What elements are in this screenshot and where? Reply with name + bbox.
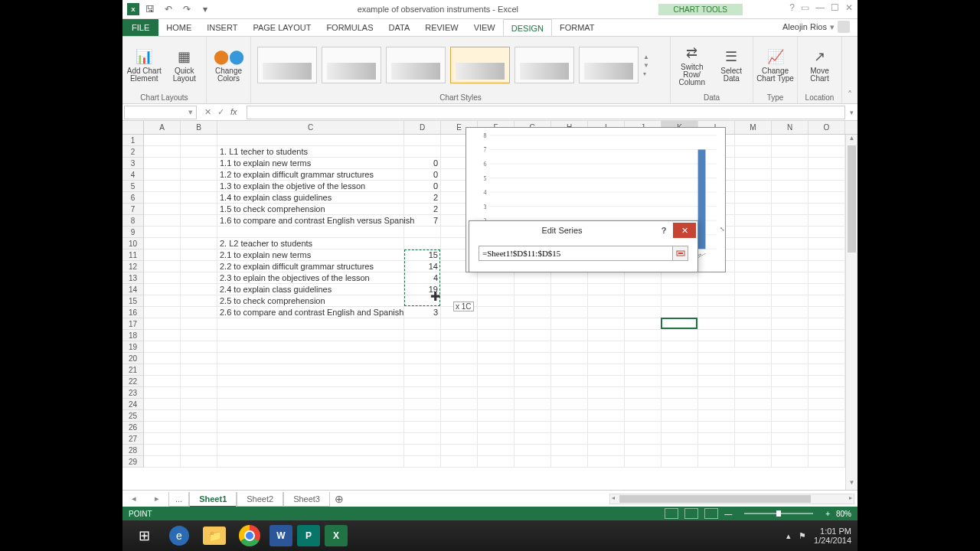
cell-E21[interactable]	[441, 364, 478, 376]
row-header-13[interactable]: 13	[122, 272, 144, 284]
cell-C24[interactable]	[217, 399, 404, 410]
cell-H18[interactable]	[551, 330, 588, 341]
cell-O1[interactable]	[808, 135, 845, 146]
select-all-corner[interactable]	[122, 121, 144, 134]
cell-M6[interactable]	[735, 192, 772, 204]
cell-F24[interactable]	[478, 399, 514, 410]
cell-O13[interactable]	[808, 272, 845, 284]
cell-E27[interactable]	[441, 433, 478, 445]
cell-D26[interactable]	[404, 422, 441, 433]
cell-F21[interactable]	[478, 364, 514, 376]
cell-I26[interactable]	[588, 422, 625, 433]
switch-row-column-button[interactable]: ⇄Switch Row/ Column	[674, 44, 710, 86]
cell-M17[interactable]	[735, 318, 772, 330]
cell-D23[interactable]	[404, 387, 441, 399]
styles-up-icon[interactable]: ▲	[643, 54, 654, 60]
add-chart-element-button[interactable]: 📊Add Chart Element	[126, 47, 163, 83]
cell-O16[interactable]	[808, 307, 845, 318]
col-header-B[interactable]: B	[181, 121, 217, 134]
cell-J25[interactable]	[625, 410, 662, 422]
cell-C3[interactable]: 1.1 to explain new terms	[217, 158, 404, 169]
chart-style-6[interactable]	[579, 47, 639, 83]
cell-H20[interactable]	[551, 353, 588, 364]
formula-input[interactable]	[247, 106, 845, 119]
cell-F17[interactable]	[478, 318, 514, 330]
cell-M3[interactable]	[735, 158, 772, 169]
cell-D2[interactable]	[404, 146, 441, 158]
cell-C26[interactable]	[217, 422, 404, 433]
hscroll-right-icon[interactable]: ▸	[849, 494, 852, 501]
row-header-16[interactable]: 16	[122, 307, 144, 318]
cell-B10[interactable]	[181, 238, 217, 249]
cell-L15[interactable]	[698, 295, 735, 307]
row-header-20[interactable]: 20	[122, 353, 144, 364]
sheet-tab-sheet1[interactable]: Sheet1	[189, 492, 237, 507]
cell-L23[interactable]	[698, 387, 735, 399]
cell-N19[interactable]	[772, 341, 808, 353]
cell-O10[interactable]	[808, 238, 845, 249]
cell-O21[interactable]	[808, 364, 845, 376]
row-header-18[interactable]: 18	[122, 330, 144, 341]
cell-O17[interactable]	[808, 318, 845, 330]
cell-E22[interactable]	[441, 376, 478, 387]
cell-C18[interactable]	[217, 330, 404, 341]
cell-L29[interactable]	[698, 456, 735, 468]
cell-J24[interactable]	[625, 399, 662, 410]
cell-D21[interactable]	[404, 364, 441, 376]
cell-G21[interactable]	[514, 364, 551, 376]
cell-L20[interactable]	[698, 353, 735, 364]
cell-O29[interactable]	[808, 456, 845, 468]
hscroll-left-icon[interactable]: ◂	[612, 494, 615, 501]
move-chart-button[interactable]: ↗Move Chart	[801, 47, 838, 83]
zoom-out-button[interactable]: —	[724, 510, 732, 518]
styles-down-icon[interactable]: ▼	[643, 62, 654, 69]
tab-formulas[interactable]: FORMULAS	[318, 19, 381, 36]
row-header-1[interactable]: 1	[122, 135, 144, 146]
cell-M28[interactable]	[735, 445, 772, 456]
cell-H27[interactable]	[551, 433, 588, 445]
cell-A27[interactable]	[144, 433, 181, 445]
cell-A19[interactable]	[144, 341, 181, 353]
minimize-icon[interactable]: —	[815, 2, 825, 13]
cell-D24[interactable]	[404, 399, 441, 410]
cell-N8[interactable]	[772, 215, 808, 227]
cell-F20[interactable]	[478, 353, 514, 364]
vscroll-thumb[interactable]	[848, 145, 856, 253]
cell-B15[interactable]	[181, 295, 217, 307]
cell-M22[interactable]	[735, 376, 772, 387]
cell-A15[interactable]	[144, 295, 181, 307]
start-button[interactable]: ⊞	[129, 523, 159, 548]
cell-D12[interactable]: 14	[404, 261, 441, 272]
cell-K19[interactable]	[662, 341, 698, 353]
cell-B27[interactable]	[181, 433, 217, 445]
chart-style-2[interactable]	[322, 47, 381, 83]
cell-H28[interactable]	[551, 445, 588, 456]
chart-style-1[interactable]	[257, 47, 317, 83]
sheet-nav-prev-icon[interactable]: ▸	[155, 494, 159, 504]
cell-O11[interactable]	[808, 249, 845, 261]
row-header-3[interactable]: 3	[122, 158, 144, 169]
cell-D6[interactable]: 2	[404, 192, 441, 204]
cell-N22[interactable]	[772, 376, 808, 387]
cell-H16[interactable]	[551, 307, 588, 318]
cell-A22[interactable]	[144, 376, 181, 387]
row-header-27[interactable]: 27	[122, 433, 144, 445]
new-sheet-button[interactable]: ⊕	[330, 493, 348, 505]
cell-F15[interactable]	[478, 295, 514, 307]
cell-B5[interactable]	[181, 181, 217, 192]
cell-D10[interactable]	[404, 238, 441, 249]
cell-A10[interactable]	[144, 238, 181, 249]
cell-C12[interactable]: 2.2 to explain difficult grammar structu…	[217, 261, 404, 272]
cell-N24[interactable]	[772, 399, 808, 410]
select-data-button[interactable]: ☰Select Data	[714, 47, 750, 83]
cell-O12[interactable]	[808, 261, 845, 272]
cell-G15[interactable]	[514, 295, 551, 307]
series-values-input[interactable]	[479, 246, 672, 260]
cell-M11[interactable]	[735, 249, 772, 261]
cell-F18[interactable]	[478, 330, 514, 341]
row-header-29[interactable]: 29	[122, 456, 144, 468]
cancel-formula-icon[interactable]: ✕	[204, 107, 211, 117]
tab-file[interactable]: FILE	[122, 19, 158, 36]
collapse-dialog-icon[interactable]	[672, 246, 688, 260]
zoom-level[interactable]: 80%	[836, 510, 851, 518]
